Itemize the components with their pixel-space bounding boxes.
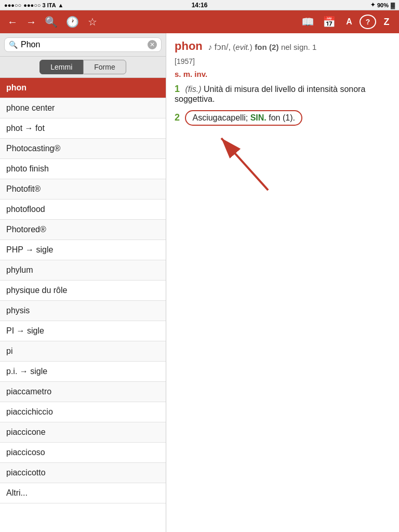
word-item-11[interactable]: physis bbox=[0, 301, 166, 321]
word-item-0[interactable]: phon bbox=[0, 78, 166, 98]
def1-number: 1 bbox=[175, 84, 180, 94]
right-panel: phon ♪ fɔn/, (evit.) fon (2) nel sign. 1… bbox=[166, 33, 399, 532]
status-time: 14:16 bbox=[192, 2, 208, 9]
entry-phonetic: ♪ fɔn/, bbox=[208, 43, 233, 51]
calendar-button[interactable]: 📅 bbox=[320, 14, 339, 30]
definition-1: 1 (fis.) Unità di misura del livello di … bbox=[175, 84, 391, 104]
status-left: ●●●○○ ●●●○○ 3 ITA ▲ bbox=[4, 2, 63, 8]
entry-synonym-num: (2) bbox=[269, 43, 278, 51]
def2-sin-label: SIN. bbox=[250, 113, 267, 122]
music-note-icon: ♪ bbox=[208, 43, 212, 51]
entry-synonym-word: fon bbox=[255, 43, 267, 51]
word-item-7[interactable]: Photored® bbox=[0, 220, 166, 240]
zecco-button[interactable]: Z bbox=[378, 15, 395, 30]
word-item-13[interactable]: pi bbox=[0, 341, 166, 362]
content-area: 🔍 ✕ Lemmi Forme phonphone centerphot → f… bbox=[0, 33, 399, 532]
search-input[interactable] bbox=[21, 40, 148, 49]
entry-year: [1957] bbox=[175, 57, 391, 65]
star-button[interactable]: ☆ bbox=[84, 14, 101, 30]
search-bar: 🔍 ✕ bbox=[0, 33, 166, 57]
font-button[interactable]: A bbox=[341, 15, 357, 29]
word-item-19[interactable]: piaccicotto bbox=[0, 463, 166, 483]
word-item-6[interactable]: photoflood bbox=[0, 200, 166, 220]
svg-line-1 bbox=[221, 138, 268, 190]
top-toolbar: ← → 🔍 🕐 ☆ 📖 📅 A ? Z bbox=[0, 10, 399, 33]
tab-toggle: Lemmi Forme bbox=[0, 57, 166, 78]
word-item-20[interactable]: Altri... bbox=[0, 483, 166, 503]
arrow-annotation bbox=[175, 133, 391, 195]
search-magnify-icon: 🔍 bbox=[9, 41, 18, 49]
word-item-2[interactable]: phot → fot bbox=[0, 118, 166, 139]
word-item-10[interactable]: physique du rôle bbox=[0, 281, 166, 301]
arrow-svg bbox=[206, 133, 310, 195]
definition-2: 2 Asciugacapelli; SIN. fon (1). bbox=[175, 108, 391, 128]
def2-oval: Asciugacapelli; SIN. fon (1). bbox=[185, 110, 302, 126]
entry-synonym-sign: nel sign. 1 bbox=[281, 43, 316, 51]
def2-main: Asciugacapelli; bbox=[192, 113, 248, 122]
signal-dots: ●●●○○ bbox=[4, 2, 21, 8]
entry-header-row: phon ♪ fɔn/, (evit.) fon (2) nel sign. 1 bbox=[175, 39, 391, 53]
word-item-17[interactable]: piaccicone bbox=[0, 422, 166, 443]
wifi-icon: ▲ bbox=[58, 2, 64, 8]
carrier-name: ●●●○○ 3 ITA bbox=[23, 2, 56, 8]
back-button[interactable]: ← bbox=[4, 14, 21, 30]
word-item-12[interactable]: PI → sigle bbox=[0, 321, 166, 341]
app-container: ← → 🔍 🕐 ☆ 📖 📅 A ? Z 🔍 ✕ Lemmi F bbox=[0, 10, 399, 532]
word-item-18[interactable]: piaccicoso bbox=[0, 443, 166, 463]
word-item-5[interactable]: Photofit® bbox=[0, 179, 166, 200]
def2-sin-ref: fon (1). bbox=[269, 113, 295, 122]
word-item-15[interactable]: piaccametro bbox=[0, 382, 166, 402]
def1-text: Unità di misura del livello di intensità… bbox=[175, 85, 365, 103]
word-item-8[interactable]: PHP → sigle bbox=[0, 240, 166, 260]
word-item-4[interactable]: photo finish bbox=[0, 159, 166, 179]
history-button[interactable]: 🕐 bbox=[63, 14, 82, 30]
entry-note: (evit.) bbox=[233, 43, 252, 51]
battery-level: 90% bbox=[377, 2, 389, 8]
def2-number: 2 bbox=[175, 112, 180, 123]
status-bar: ●●●○○ ●●●○○ 3 ITA ▲ 14:16 ✦ 90% ▓ bbox=[0, 0, 399, 10]
word-item-3[interactable]: Photocasting® bbox=[0, 139, 166, 159]
search-input-container: 🔍 ✕ bbox=[4, 37, 162, 52]
search-clear-button[interactable]: ✕ bbox=[148, 40, 157, 49]
entry-pos: s. m. inv. bbox=[175, 70, 391, 78]
left-panel: 🔍 ✕ Lemmi Forme phonphone centerphot → f… bbox=[0, 33, 166, 532]
word-item-14[interactable]: p.i. → sigle bbox=[0, 362, 166, 382]
search-button[interactable]: 🔍 bbox=[42, 14, 61, 30]
battery-icon: ▓ bbox=[391, 2, 395, 8]
word-list: phonphone centerphot → fotPhotocasting®p… bbox=[0, 78, 166, 532]
book-button[interactable]: 📖 bbox=[298, 14, 317, 30]
forward-button[interactable]: → bbox=[23, 14, 39, 30]
bluetooth-icon: ✦ bbox=[370, 2, 375, 8]
def1-tag: (fis.) bbox=[185, 85, 201, 94]
word-item-16[interactable]: piaccichiccio bbox=[0, 402, 166, 422]
help-button[interactable]: ? bbox=[360, 15, 376, 29]
tab-forme[interactable]: Forme bbox=[83, 60, 126, 74]
word-item-9[interactable]: phylum bbox=[0, 260, 166, 281]
word-item-1[interactable]: phone center bbox=[0, 98, 166, 118]
status-right: ✦ 90% ▓ bbox=[370, 2, 395, 8]
entry-word: phon bbox=[175, 39, 203, 52]
tab-lemmi[interactable]: Lemmi bbox=[39, 60, 83, 74]
